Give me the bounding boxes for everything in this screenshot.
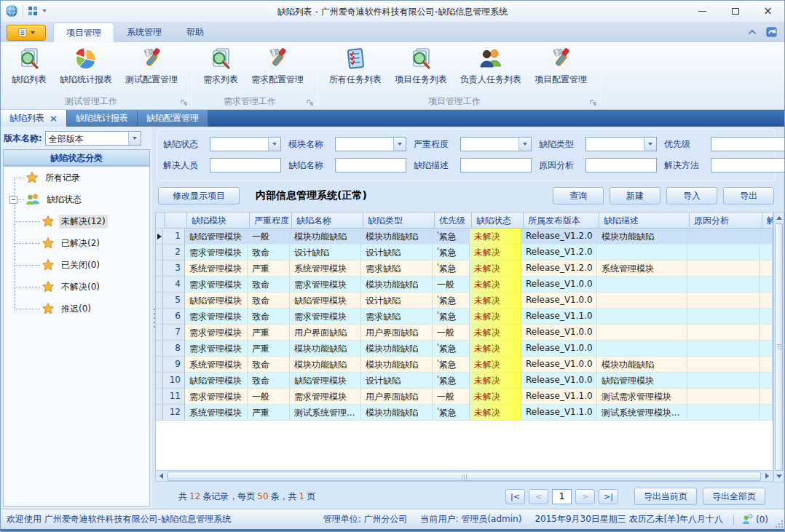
ribbon-button[interactable]: 需求列表 (197, 45, 245, 87)
ribbon-button[interactable]: 测试配置管理 (119, 45, 184, 87)
chevron-down-icon[interactable] (128, 132, 141, 145)
close-icon[interactable]: × (50, 114, 58, 123)
horizontal-scroll-thumb[interactable] (167, 472, 761, 481)
vertical-scrollbar[interactable] (773, 212, 784, 483)
page-number-input[interactable] (552, 489, 572, 504)
filter-input[interactable] (460, 158, 532, 172)
table-header-cell[interactable]: 缺陷状态 (472, 213, 524, 229)
user-message-icon[interactable] (741, 514, 753, 525)
scroll-up-arrow-icon[interactable] (774, 213, 784, 223)
release-cell: Release_V1.0.0 (521, 357, 597, 373)
table-row[interactable]: 6需求管理模块致命需求管理模块需求缺陷紧急未解决Release_V1.1.0 (156, 309, 773, 325)
app-menu-button[interactable] (7, 25, 46, 41)
close-button[interactable]: × (752, 1, 784, 22)
scroll-down-arrow-icon[interactable] (774, 471, 784, 482)
document-tab[interactable]: 缺陷列表× (1, 110, 67, 127)
table-header-cell[interactable]: 原因分析 (690, 213, 762, 229)
table-header-cell[interactable]: 严重程度 (250, 213, 292, 229)
tree-item[interactable]: 缺陷状态 (4, 188, 149, 210)
table-row[interactable]: 9系统管理模块致命模块功能缺陷模块功能缺陷紧急未解决Release_V1.0.0… (156, 357, 773, 373)
dialog-launcher-icon[interactable] (180, 99, 189, 108)
table-header-cell[interactable]: 所属发布版本 (524, 213, 599, 229)
filter-input[interactable] (210, 158, 281, 172)
table-row[interactable]: 12系统管理模块严重测试系统管理...模块功能缺陷紧急未解决Release_V1… (156, 405, 773, 421)
minimize-button[interactable] (686, 1, 719, 22)
scroll-right-arrow-icon[interactable] (762, 471, 773, 481)
table-header-cell[interactable]: 缺陷名称 (292, 213, 363, 229)
dialog-launcher-icon[interactable] (589, 99, 598, 108)
horizontal-scrollbar[interactable] (155, 470, 773, 482)
ribbon-tab[interactable]: 项目管理 (53, 23, 114, 42)
table-row[interactable]: 10缺陷管理模块致命缺陷管理模块设计缺陷紧急未解决Release_V1.0.0缺… (156, 373, 773, 389)
table-row[interactable]: 11需求管理模块一般需求管理模块用户界面缺陷一般未解决Release_V1.1.… (156, 389, 773, 405)
table-header-cell[interactable]: 优先级 (435, 213, 472, 229)
document-tab[interactable]: 缺陷配置管理 (138, 110, 208, 127)
tree-item[interactable]: 不解决(0) (4, 276, 149, 298)
tree-item[interactable]: 已解决(2) (4, 232, 149, 254)
page-last-button[interactable]: >| (599, 489, 618, 504)
ribbon-button[interactable]: 需求配置管理 (245, 45, 310, 87)
table-row[interactable]: 1缺陷管理模块一般模块功能缺陷模块功能缺陷紧急未解决Release_V1.2.0… (156, 229, 773, 245)
resize-grip[interactable] (775, 520, 784, 528)
ribbon-button[interactable]: 缺陷列表 (5, 45, 53, 87)
release-cell: Release_V1.1.0 (521, 389, 597, 405)
table-row[interactable]: 8需求管理模块严重模块功能缺陷模块功能缺陷紧急未解决Release_V1.0.0 (156, 341, 773, 357)
type-cell: 设计缺陷 (361, 293, 433, 309)
query-button[interactable]: 查询 (553, 187, 604, 205)
table-row[interactable]: 5缺陷管理模块致命缺陷管理模块设计缺陷紧急未解决Release_V1.0.0 (156, 293, 773, 309)
table-header-cell[interactable]: 缺陷模块 (187, 213, 250, 229)
skin-style-icon[interactable] (765, 25, 778, 39)
table-row[interactable]: 3系统管理模块严重系统管理模块需求缺陷紧急未解决Release_V1.2.0系统… (156, 261, 773, 277)
export-all-pages-button[interactable]: 导出全部页 (703, 488, 765, 505)
ribbon-button[interactable]: 缺陷统计报表 (53, 45, 119, 87)
tree-item[interactable]: 所有记录 (4, 167, 149, 188)
new-button[interactable]: 新建 (610, 187, 660, 205)
import-button[interactable]: 导入 (666, 187, 717, 205)
tree-expander-icon[interactable] (9, 196, 17, 204)
scroll-left-arrow-icon[interactable] (156, 471, 167, 481)
chevron-down-icon[interactable] (393, 138, 406, 151)
chevron-up-icon[interactable] (746, 26, 758, 38)
ribbon-tab[interactable]: 帮助 (174, 23, 216, 42)
filter-input[interactable] (711, 158, 785, 172)
ribbon-button[interactable]: 所有任务列表 (323, 45, 388, 87)
filter-select[interactable] (585, 137, 657, 151)
chevron-down-icon[interactable] (644, 138, 656, 151)
defect-status-tree: 所有记录缺陷状态未解决(12)已解决(2)已关闭(0)不解决(0)推迟(0) (3, 166, 150, 507)
table-header-cell[interactable]: 缺陷类型 (363, 213, 435, 229)
table-header-cell[interactable]: 缺陷描述 (599, 213, 690, 229)
table-header-cell[interactable]: 解决方法 (762, 213, 773, 229)
chevron-down-icon[interactable] (518, 138, 531, 151)
ribbon-button[interactable]: 负责人任务列表 (454, 45, 528, 87)
chevron-down-icon[interactable] (268, 138, 280, 151)
filter-select[interactable] (335, 137, 406, 151)
export-button[interactable]: 导出 (723, 187, 774, 205)
tree-item[interactable]: 未解决(12) (4, 210, 149, 232)
modify-display-items-button[interactable]: 修改显示项目 (158, 187, 240, 205)
severity-cell: 致命 (248, 309, 290, 325)
ribbon: 缺陷列表缺陷统计报表测试配置管理测试管理工作需求列表需求配置管理需求管理工作所有… (1, 42, 784, 110)
version-select[interactable]: 全部版本 (45, 131, 141, 146)
module-cell: 缺陷管理模块 (185, 293, 248, 309)
ribbon-button[interactable]: 项目配置管理 (528, 45, 593, 87)
export-current-page-button[interactable]: 导出当前页 (634, 488, 697, 505)
maximize-button[interactable] (719, 1, 752, 22)
filter-input[interactable] (335, 158, 406, 172)
table-row[interactable]: 4需求管理模块致命需求管理模块模块功能缺陷一般未解决Release_V1.0.0 (156, 277, 773, 293)
page-prev-button[interactable]: < (529, 489, 548, 504)
page-next-button[interactable]: > (575, 489, 595, 504)
ribbon-button[interactable]: 项目任务列表 (388, 45, 454, 87)
table-row[interactable]: 7需求管理模块严重用户界面缺陷用户界面缺陷一般未解决Release_V1.0.0 (156, 325, 773, 341)
tree-item[interactable]: 已关闭(0) (4, 254, 149, 276)
page-first-button[interactable]: |< (505, 489, 525, 504)
table-row[interactable]: 2需求管理模块致命设计缺陷设计缺陷紧急未解决Release_V1.2.0 (156, 245, 773, 261)
filter-input[interactable] (585, 158, 657, 172)
filter-select[interactable] (711, 137, 785, 151)
filter-select[interactable] (210, 137, 281, 151)
filter-select[interactable] (460, 137, 532, 151)
ribbon-tab[interactable]: 系统管理 (114, 23, 174, 42)
dialog-launcher-icon[interactable] (306, 99, 315, 108)
document-tab[interactable]: 缺陷统计报表 (67, 110, 138, 127)
tree-item[interactable]: 推迟(0) (4, 298, 149, 319)
vertical-scroll-thumb[interactable] (775, 223, 783, 471)
